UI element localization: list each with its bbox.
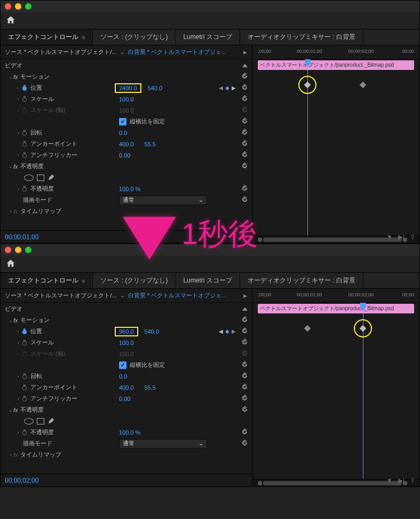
- anchor-y-value[interactable]: 55.5: [145, 384, 156, 391]
- reset-icon[interactable]: [241, 361, 248, 369]
- stopwatch-icon[interactable]: [21, 339, 28, 347]
- rotation-value[interactable]: 0.0: [119, 373, 127, 380]
- reset-icon[interactable]: [241, 327, 248, 335]
- home-icon[interactable]: [6, 258, 15, 270]
- filter-icon[interactable]: ▼: [386, 477, 393, 484]
- chevron-down-icon[interactable]: ⌄: [120, 49, 125, 56]
- tab-audio-mixer[interactable]: オーディオクリップミキサー : 白背景: [240, 273, 363, 288]
- reset-icon[interactable]: [241, 129, 248, 137]
- reset-icon[interactable]: [241, 185, 248, 193]
- panel-menu-icon[interactable]: ≡: [82, 278, 85, 284]
- rotation-value[interactable]: 0.0: [119, 130, 127, 136]
- reset-icon[interactable]: [241, 84, 248, 92]
- panel-menu-icon[interactable]: ≡: [82, 34, 85, 41]
- position-x-value[interactable]: 2400.0: [115, 83, 141, 93]
- rect-mask-icon[interactable]: [37, 418, 44, 424]
- anchor-y-value[interactable]: 55.5: [145, 141, 156, 147]
- blend-mode-dropdown[interactable]: 通常⌄: [119, 439, 207, 449]
- motion-row[interactable]: ⌄ fx モーション: [1, 71, 252, 82]
- keyframe-nav[interactable]: ◀◆▶: [219, 85, 236, 91]
- stopwatch-icon[interactable]: [21, 373, 28, 380]
- collapse-icon[interactable]: [242, 307, 248, 311]
- anchor-row[interactable]: › アンカーポイント 400.055.5: [1, 138, 252, 150]
- stopwatch-icon[interactable]: [21, 185, 28, 193]
- anchor-x-value[interactable]: 400.0: [119, 141, 134, 147]
- rect-mask-icon[interactable]: [37, 175, 44, 181]
- close-button[interactable]: [5, 247, 11, 253]
- stopwatch-icon[interactable]: [21, 152, 28, 159]
- timeline-body[interactable]: [252, 70, 419, 235]
- blend-mode-row[interactable]: 描画モード 通常⌄: [1, 194, 252, 206]
- minimize-button[interactable]: [15, 3, 21, 10]
- step-icon[interactable]: ▶|: [398, 477, 405, 484]
- minimize-button[interactable]: [15, 247, 21, 253]
- lock-aspect-checkbox[interactable]: ✓: [119, 361, 126, 369]
- lock-aspect-checkbox[interactable]: ✓: [119, 118, 126, 125]
- export-icon[interactable]: ⇪: [410, 477, 415, 484]
- maximize-button[interactable]: [25, 3, 31, 10]
- reset-icon[interactable]: [241, 428, 248, 436]
- reset-icon[interactable]: [241, 73, 248, 81]
- antiflicker-row[interactable]: › アンチフリッカー 0.00: [1, 150, 252, 161]
- stopwatch-icon[interactable]: [21, 129, 28, 137]
- close-button[interactable]: [5, 3, 11, 10]
- tab-audio-mixer[interactable]: オーディオクリップミキサー : 白背景: [240, 29, 363, 45]
- opacity-value[interactable]: 100.0 %: [119, 186, 140, 192]
- pen-mask-icon[interactable]: [47, 174, 55, 182]
- reset-icon[interactable]: [241, 439, 248, 447]
- rotation-row[interactable]: › 回転 0.0: [1, 371, 252, 382]
- rotation-row[interactable]: › 回転 0.0: [1, 127, 252, 138]
- reset-icon[interactable]: [241, 406, 248, 414]
- clip-bar[interactable]: ベクトルスマートオブジェクト/panproduct._Bitmap.psd: [258, 60, 414, 70]
- stopwatch-icon[interactable]: [21, 328, 28, 335]
- scale-row[interactable]: › スケール 100.0: [1, 337, 252, 348]
- stopwatch-icon[interactable]: [21, 84, 28, 92]
- tab-lumetri[interactable]: Lumetri スコープ: [176, 29, 240, 45]
- keyframe-icon[interactable]: [304, 82, 311, 89]
- pen-mask-icon[interactable]: [47, 417, 55, 426]
- home-icon[interactable]: [6, 15, 15, 27]
- collapse-icon[interactable]: [242, 64, 248, 67]
- clip-bar[interactable]: ベクトルスマートオブジェクト/panproduct._Bitmap.psd: [258, 304, 414, 313]
- keyframe-icon[interactable]: [359, 82, 366, 89]
- antiflicker-value[interactable]: 0.00: [119, 152, 130, 159]
- reset-icon[interactable]: [241, 117, 248, 125]
- reset-icon[interactable]: [241, 95, 248, 103]
- play-icon[interactable]: ▶: [243, 50, 248, 55]
- filter-icon[interactable]: ▼: [386, 233, 393, 241]
- reset-icon[interactable]: [241, 395, 248, 403]
- position-x-value[interactable]: 960.0: [115, 327, 138, 336]
- blend-mode-row[interactable]: 描画モード 通常⌄: [1, 438, 252, 449]
- antiflicker-row[interactable]: › アンチフリッカー 0.00: [1, 393, 252, 404]
- reset-icon[interactable]: [241, 316, 248, 324]
- opacity-section-row[interactable]: ⌄ fx 不透明度: [1, 161, 252, 172]
- stopwatch-icon[interactable]: [21, 395, 28, 403]
- position-row[interactable]: › 位置 2400.0 540.0 ◀◆▶: [1, 82, 252, 93]
- timecode-display[interactable]: 00;00;02;00: [1, 474, 252, 486]
- stopwatch-icon[interactable]: [21, 96, 28, 103]
- time-ruler[interactable]: ;00;00 00;00;01;00 00;00;02;00 00;00: [252, 45, 419, 59]
- position-y-value[interactable]: 540.0: [148, 85, 163, 91]
- tab-effect-controls[interactable]: エフェクトコントロール≡: [1, 273, 93, 288]
- position-y-value[interactable]: 540.0: [145, 328, 160, 335]
- blend-mode-dropdown[interactable]: 通常⌄: [119, 195, 207, 205]
- keyframe-icon[interactable]: [304, 325, 311, 332]
- motion-row[interactable]: ⌄ fx モーション: [1, 314, 252, 326]
- scale-value[interactable]: 100.0: [119, 96, 134, 103]
- reset-icon[interactable]: [241, 162, 248, 170]
- playhead[interactable]: [363, 313, 363, 479]
- tab-source[interactable]: ソース : (クリップなし): [93, 29, 176, 45]
- position-row[interactable]: › 位置 960.0 540.0 ◀◆▶: [1, 326, 252, 337]
- anchor-row[interactable]: › アンカーポイント 400.055.5: [1, 382, 252, 393]
- scale-value[interactable]: 100.0: [119, 340, 134, 346]
- step-icon[interactable]: ▶|: [398, 233, 405, 241]
- stopwatch-icon[interactable]: [21, 429, 28, 436]
- stopwatch-icon[interactable]: [21, 384, 28, 391]
- antiflicker-value[interactable]: 0.00: [119, 396, 130, 402]
- reset-icon[interactable]: [241, 339, 248, 347]
- opacity-value-row[interactable]: › 不透明度 100.0 %: [1, 183, 252, 194]
- export-icon[interactable]: ⇪: [410, 233, 415, 241]
- ellipse-mask-icon[interactable]: [24, 175, 34, 181]
- ellipse-mask-icon[interactable]: [24, 418, 34, 424]
- reset-icon[interactable]: [241, 140, 248, 148]
